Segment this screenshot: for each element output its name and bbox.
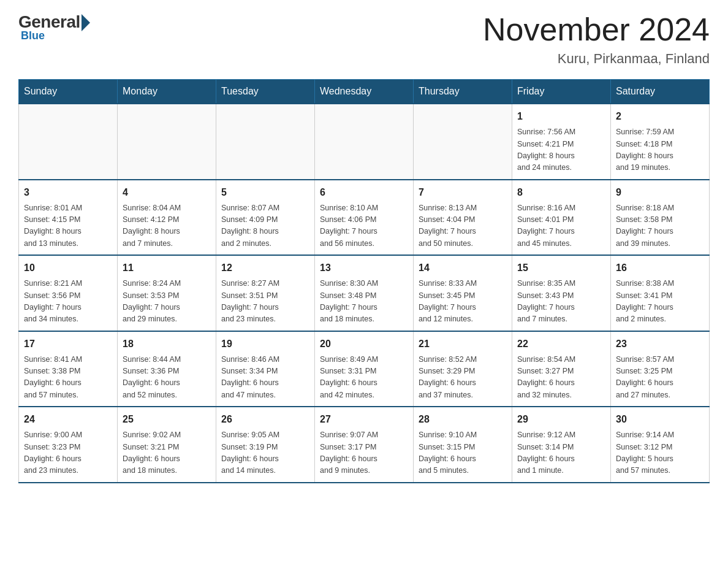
day-info: Sunrise: 8:38 AM Sunset: 3:41 PM Dayligh… — [616, 278, 704, 326]
calendar-cell: 22Sunrise: 8:54 AM Sunset: 3:27 PM Dayli… — [512, 331, 611, 407]
day-info: Sunrise: 8:18 AM Sunset: 3:58 PM Dayligh… — [616, 202, 704, 250]
day-info: Sunrise: 9:12 AM Sunset: 3:14 PM Dayligh… — [517, 429, 605, 477]
day-number: 22 — [517, 337, 605, 351]
month-year-title: November 2024 — [483, 12, 710, 47]
calendar-cell — [19, 104, 118, 180]
day-number: 20 — [320, 337, 408, 351]
day-number: 3 — [24, 185, 112, 200]
day-number: 30 — [616, 412, 704, 427]
day-number: 24 — [24, 412, 112, 427]
day-number: 15 — [517, 261, 605, 275]
day-number: 18 — [123, 337, 211, 351]
location-subtitle: Kuru, Pirkanmaa, Finland — [483, 51, 710, 67]
calendar-week-5: 24Sunrise: 9:00 AM Sunset: 3:23 PM Dayli… — [19, 407, 710, 483]
day-number: 9 — [616, 185, 704, 200]
day-info: Sunrise: 8:21 AM Sunset: 3:56 PM Dayligh… — [24, 278, 112, 326]
calendar-cell: 11Sunrise: 8:24 AM Sunset: 3:53 PM Dayli… — [118, 255, 216, 331]
calendar-cell: 6Sunrise: 8:10 AM Sunset: 4:06 PM Daylig… — [315, 180, 414, 256]
calendar-header-thursday: Thursday — [414, 80, 512, 104]
calendar-cell: 28Sunrise: 9:10 AM Sunset: 3:15 PM Dayli… — [414, 407, 512, 483]
calendar-header-saturday: Saturday — [611, 80, 710, 104]
calendar-cell: 9Sunrise: 8:18 AM Sunset: 3:58 PM Daylig… — [611, 180, 710, 256]
day-info: Sunrise: 9:00 AM Sunset: 3:23 PM Dayligh… — [24, 429, 112, 477]
day-number: 6 — [320, 185, 408, 200]
title-section: November 2024 Kuru, Pirkanmaa, Finland — [483, 12, 710, 67]
day-info: Sunrise: 8:24 AM Sunset: 3:53 PM Dayligh… — [123, 278, 211, 326]
day-number: 16 — [616, 261, 704, 275]
calendar-cell: 20Sunrise: 8:49 AM Sunset: 3:31 PM Dayli… — [315, 331, 414, 407]
logo-arrow-icon — [82, 14, 90, 31]
calendar-header-friday: Friday — [512, 80, 611, 104]
calendar-cell: 27Sunrise: 9:07 AM Sunset: 3:17 PM Dayli… — [315, 407, 414, 483]
day-number: 25 — [123, 412, 211, 427]
day-info: Sunrise: 8:35 AM Sunset: 3:43 PM Dayligh… — [517, 278, 605, 326]
calendar-cell: 16Sunrise: 8:38 AM Sunset: 3:41 PM Dayli… — [611, 255, 710, 331]
calendar-cell: 7Sunrise: 8:13 AM Sunset: 4:04 PM Daylig… — [414, 180, 512, 256]
logo: General Blue — [18, 12, 90, 42]
calendar-cell: 29Sunrise: 9:12 AM Sunset: 3:14 PM Dayli… — [512, 407, 611, 483]
day-info: Sunrise: 8:33 AM Sunset: 3:45 PM Dayligh… — [419, 278, 507, 326]
calendar-cell: 30Sunrise: 9:14 AM Sunset: 3:12 PM Dayli… — [611, 407, 710, 483]
day-number: 17 — [24, 337, 112, 351]
day-info: Sunrise: 8:52 AM Sunset: 3:29 PM Dayligh… — [419, 354, 507, 402]
day-info: Sunrise: 8:54 AM Sunset: 3:27 PM Dayligh… — [517, 354, 605, 402]
calendar-cell: 25Sunrise: 9:02 AM Sunset: 3:21 PM Dayli… — [118, 407, 216, 483]
calendar-cell: 4Sunrise: 8:04 AM Sunset: 4:12 PM Daylig… — [118, 180, 216, 256]
day-number: 26 — [221, 412, 309, 427]
day-info: Sunrise: 8:46 AM Sunset: 3:34 PM Dayligh… — [221, 354, 309, 402]
calendar-cell: 5Sunrise: 8:07 AM Sunset: 4:09 PM Daylig… — [216, 180, 315, 256]
calendar-cell: 26Sunrise: 9:05 AM Sunset: 3:19 PM Dayli… — [216, 407, 315, 483]
calendar-cell: 8Sunrise: 8:16 AM Sunset: 4:01 PM Daylig… — [512, 180, 611, 256]
day-info: Sunrise: 9:07 AM Sunset: 3:17 PM Dayligh… — [320, 429, 408, 477]
calendar-cell: 18Sunrise: 8:44 AM Sunset: 3:36 PM Dayli… — [118, 331, 216, 407]
day-number: 14 — [419, 261, 507, 275]
day-number: 10 — [24, 261, 112, 275]
day-info: Sunrise: 8:27 AM Sunset: 3:51 PM Dayligh… — [221, 278, 309, 326]
day-info: Sunrise: 8:04 AM Sunset: 4:12 PM Dayligh… — [123, 202, 211, 250]
day-number: 29 — [517, 412, 605, 427]
calendar-cell — [216, 104, 315, 180]
calendar-cell: 3Sunrise: 8:01 AM Sunset: 4:15 PM Daylig… — [19, 180, 118, 256]
day-info: Sunrise: 7:56 AM Sunset: 4:21 PM Dayligh… — [517, 126, 605, 174]
calendar-week-3: 10Sunrise: 8:21 AM Sunset: 3:56 PM Dayli… — [19, 255, 710, 331]
day-info: Sunrise: 8:49 AM Sunset: 3:31 PM Dayligh… — [320, 354, 408, 402]
day-number: 5 — [221, 185, 309, 200]
day-number: 13 — [320, 261, 408, 275]
calendar-header-tuesday: Tuesday — [216, 80, 315, 104]
calendar-cell — [118, 104, 216, 180]
day-info: Sunrise: 8:07 AM Sunset: 4:09 PM Dayligh… — [221, 202, 309, 250]
day-info: Sunrise: 9:05 AM Sunset: 3:19 PM Dayligh… — [221, 429, 309, 477]
calendar-cell: 15Sunrise: 8:35 AM Sunset: 3:43 PM Dayli… — [512, 255, 611, 331]
calendar-header-row: SundayMondayTuesdayWednesdayThursdayFrid… — [19, 80, 710, 104]
calendar-cell: 19Sunrise: 8:46 AM Sunset: 3:34 PM Dayli… — [216, 331, 315, 407]
calendar-cell: 1Sunrise: 7:56 AM Sunset: 4:21 PM Daylig… — [512, 104, 611, 180]
calendar-header-monday: Monday — [118, 80, 216, 104]
day-info: Sunrise: 8:16 AM Sunset: 4:01 PM Dayligh… — [517, 202, 605, 250]
day-info: Sunrise: 9:02 AM Sunset: 3:21 PM Dayligh… — [123, 429, 211, 477]
day-number: 8 — [517, 185, 605, 200]
calendar-cell: 21Sunrise: 8:52 AM Sunset: 3:29 PM Dayli… — [414, 331, 512, 407]
calendar-cell: 10Sunrise: 8:21 AM Sunset: 3:56 PM Dayli… — [19, 255, 118, 331]
day-info: Sunrise: 8:44 AM Sunset: 3:36 PM Dayligh… — [123, 354, 211, 402]
day-info: Sunrise: 8:41 AM Sunset: 3:38 PM Dayligh… — [24, 354, 112, 402]
calendar-week-2: 3Sunrise: 8:01 AM Sunset: 4:15 PM Daylig… — [19, 180, 710, 256]
day-info: Sunrise: 8:57 AM Sunset: 3:25 PM Dayligh… — [616, 354, 704, 402]
calendar-header-sunday: Sunday — [19, 80, 118, 104]
day-number: 11 — [123, 261, 211, 275]
day-info: Sunrise: 8:13 AM Sunset: 4:04 PM Dayligh… — [419, 202, 507, 250]
day-info: Sunrise: 8:30 AM Sunset: 3:48 PM Dayligh… — [320, 278, 408, 326]
day-number: 28 — [419, 412, 507, 427]
day-info: Sunrise: 9:14 AM Sunset: 3:12 PM Dayligh… — [616, 429, 704, 477]
calendar-cell: 13Sunrise: 8:30 AM Sunset: 3:48 PM Dayli… — [315, 255, 414, 331]
day-info: Sunrise: 8:10 AM Sunset: 4:06 PM Dayligh… — [320, 202, 408, 250]
calendar-cell: 14Sunrise: 8:33 AM Sunset: 3:45 PM Dayli… — [414, 255, 512, 331]
day-info: Sunrise: 8:01 AM Sunset: 4:15 PM Dayligh… — [24, 202, 112, 250]
calendar-cell: 17Sunrise: 8:41 AM Sunset: 3:38 PM Dayli… — [19, 331, 118, 407]
day-number: 21 — [419, 337, 507, 351]
day-info: Sunrise: 9:10 AM Sunset: 3:15 PM Dayligh… — [419, 429, 507, 477]
page-header: General Blue November 2024 Kuru, Pirkanm… — [18, 12, 710, 67]
day-number: 12 — [221, 261, 309, 275]
logo-blue-text: Blue — [21, 29, 45, 42]
calendar-week-4: 17Sunrise: 8:41 AM Sunset: 3:38 PM Dayli… — [19, 331, 710, 407]
calendar-week-1: 1Sunrise: 7:56 AM Sunset: 4:21 PM Daylig… — [19, 104, 710, 180]
